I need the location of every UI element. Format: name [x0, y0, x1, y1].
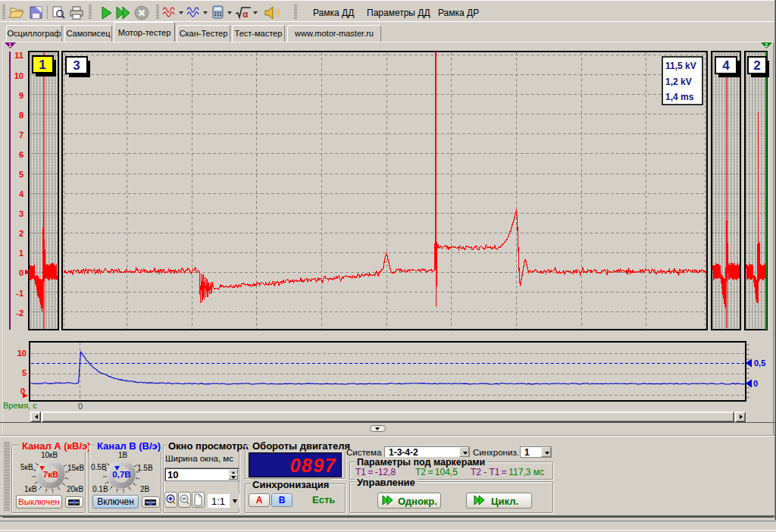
svg-text:0: 0 — [19, 268, 23, 277]
svg-text:8: 8 — [19, 111, 23, 120]
svg-text:7кВ: 7кВ — [43, 470, 58, 479]
svg-text:1,4 ms: 1,4 ms — [665, 92, 694, 102]
svg-text:2: 2 — [19, 229, 23, 238]
svg-text:0: 0 — [753, 379, 758, 388]
svg-text:2: 2 — [765, 42, 768, 48]
svg-text:1: 1 — [39, 58, 45, 72]
svg-text:4: 4 — [19, 189, 24, 199]
svg-text:4: 4 — [722, 58, 730, 73]
svg-text:9: 9 — [19, 91, 23, 100]
svg-text:0,5: 0,5 — [754, 358, 765, 368]
svg-text:1: 1 — [8, 42, 11, 48]
svg-text:7: 7 — [19, 130, 23, 139]
svg-text:0,7В: 0,7В — [112, 470, 130, 479]
svg-text:10: 10 — [17, 349, 27, 358]
svg-text:0: 0 — [78, 402, 83, 411]
svg-text:6: 6 — [19, 150, 23, 159]
svg-text:5: 5 — [19, 170, 23, 179]
svg-text:3: 3 — [73, 58, 80, 73]
svg-text:Рамка ДР: Рамка ДР — [438, 8, 479, 18]
svg-text:α: α — [242, 9, 249, 20]
svg-text:Рамка ДД: Рамка ДД — [313, 8, 354, 18]
svg-text:Параметры ДД: Параметры ДД — [367, 8, 430, 18]
svg-text:1: 1 — [19, 249, 23, 258]
svg-text:1,2 kV: 1,2 kV — [665, 77, 692, 87]
svg-text:5: 5 — [22, 368, 27, 377]
svg-text:Время, с: Время, с — [3, 401, 37, 410]
svg-text:-2: -2 — [16, 308, 23, 318]
svg-text:-1: -1 — [16, 289, 23, 298]
svg-text:10: 10 — [14, 71, 23, 80]
svg-text:3: 3 — [19, 209, 23, 218]
svg-text:11: 11 — [14, 51, 23, 60]
svg-text:2: 2 — [753, 58, 760, 73]
svg-text:11,5 kV: 11,5 kV — [665, 61, 696, 71]
